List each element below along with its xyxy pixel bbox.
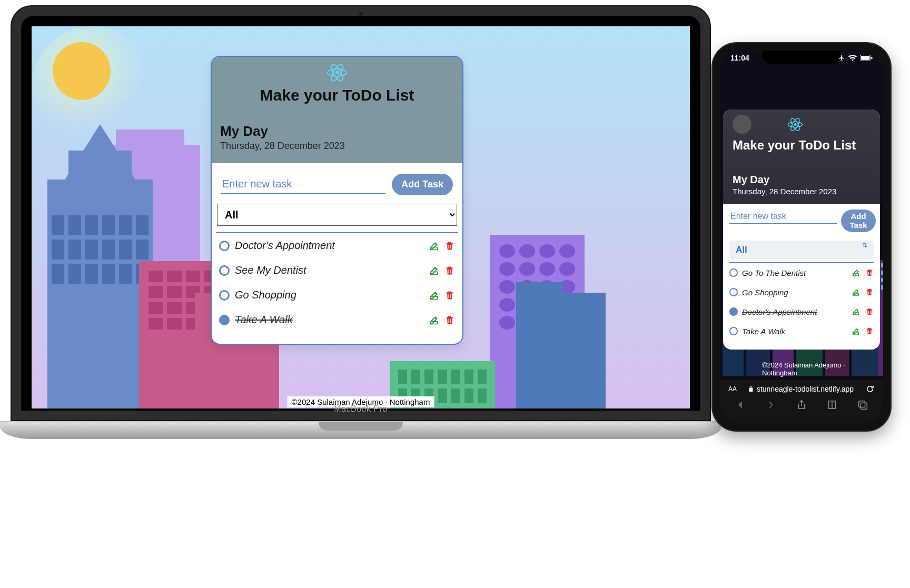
input-row: Add Task (216, 171, 458, 201)
task-checkbox[interactable] (729, 268, 738, 277)
task-row: Go Shopping (216, 283, 458, 307)
edit-icon[interactable] (852, 327, 860, 335)
building (516, 282, 563, 408)
macbook-screen: Make your ToDo List My Day Thursday, 28 … (32, 26, 690, 408)
macbook-bezel: Make your ToDo List My Day Thursday, 28 … (11, 5, 711, 421)
page-footer: ©2024 Sulaiman Adejumo · Nottingham (720, 361, 883, 377)
task-text: Take A Walk (742, 327, 847, 336)
filter-select[interactable]: All (217, 204, 457, 226)
svg-rect-11 (859, 401, 865, 407)
card-header: Make your ToDo List My Day Thursday, 28 … (212, 57, 462, 163)
delete-icon[interactable] (444, 315, 455, 325)
task-row: Go To The Dentist (729, 263, 874, 283)
share-button[interactable] (796, 399, 807, 411)
airplane-icon (838, 55, 845, 61)
app-title: Make your ToDo List (733, 138, 871, 153)
task-text: Go Shopping (235, 289, 423, 301)
input-row: Add Task (729, 210, 874, 232)
battery-icon (860, 55, 873, 61)
macbook-device: Make your ToDo List My Day Thursday, 28 … (11, 5, 711, 453)
sun-icon (53, 42, 111, 100)
edit-icon[interactable] (429, 241, 439, 251)
delete-icon[interactable] (865, 268, 874, 277)
task-row: Go Shopping (729, 283, 874, 302)
date-label: Thursday, 28 December 2023 (220, 141, 454, 152)
edit-icon[interactable] (852, 288, 860, 296)
task-row: Doctor's Appointment (729, 302, 874, 322)
task-row: Doctor's Appointment (216, 233, 458, 258)
iphone-device: 11:04 (711, 42, 892, 432)
text-size-button[interactable]: AA (728, 385, 737, 393)
new-task-input[interactable] (729, 210, 837, 224)
react-logo-icon (787, 117, 803, 132)
svg-rect-6 (871, 57, 872, 59)
filter-wrap: All (729, 232, 874, 259)
task-checkbox[interactable] (219, 290, 230, 301)
macbook-label: MacBook Pro (334, 404, 388, 414)
task-checkbox[interactable] (219, 315, 230, 325)
avatar (733, 115, 751, 134)
safari-bottom-bar: AA stunneagle-todolist.netlify.app (720, 380, 883, 423)
building (47, 180, 153, 408)
delete-icon[interactable] (865, 288, 874, 296)
svg-point-10 (794, 123, 797, 126)
task-text: Doctor's Appointment (235, 240, 423, 252)
card-body: Add Task All Doctor's AppointmentSee My … (212, 163, 462, 344)
back-button[interactable] (735, 399, 746, 411)
svg-point-3 (335, 71, 339, 75)
tabs-button[interactable] (857, 399, 868, 411)
task-checkbox[interactable] (729, 327, 738, 335)
delete-icon[interactable] (444, 241, 455, 251)
task-checkbox[interactable] (219, 241, 230, 251)
date-label: Thursday, 28 December 2023 (733, 187, 871, 196)
forward-button[interactable] (765, 399, 777, 411)
task-list: Go To The DentistGo ShoppingDoctor's App… (729, 262, 874, 341)
section-title: My Day (733, 174, 871, 186)
task-checkbox[interactable] (729, 307, 738, 316)
edit-icon[interactable] (429, 290, 439, 301)
edit-icon[interactable] (852, 307, 860, 316)
svg-rect-5 (861, 56, 870, 59)
add-task-button[interactable]: Add Task (392, 174, 453, 195)
task-text: Go Shopping (742, 288, 847, 297)
card-body: Add Task All Go To The DentistGo Shoppin… (723, 204, 880, 350)
task-text: Take A Walk (235, 314, 423, 326)
task-checkbox[interactable] (219, 265, 230, 276)
svg-rect-12 (860, 403, 867, 409)
delete-icon[interactable] (865, 307, 874, 316)
task-text: Go To The Dentist (742, 268, 847, 277)
bookmarks-button[interactable] (826, 399, 838, 411)
iphone-viewport: Make your ToDo List My Day Thursday, 28 … (720, 51, 883, 423)
building (563, 293, 606, 408)
task-text: Doctor's Appointment (742, 307, 847, 316)
delete-icon[interactable] (444, 290, 455, 301)
macbook-base: MacBook Pro (0, 421, 721, 439)
url-text: stunneagle-todolist.netlify.app (757, 385, 854, 393)
task-list: Doctor's AppointmentSee My DentistGo Sho… (216, 232, 458, 332)
task-row: Take A Walk (216, 307, 458, 332)
section-title: My Day (220, 123, 454, 139)
add-task-button[interactable]: Add Task (841, 210, 876, 232)
todo-card: Make your ToDo List My Day Thursday, 28 … (723, 109, 880, 350)
iphone-status-bar: 11:04 (720, 54, 883, 62)
delete-icon[interactable] (444, 265, 455, 276)
edit-icon[interactable] (429, 315, 439, 325)
new-task-input[interactable] (221, 175, 385, 194)
macbook-inner: Make your ToDo List My Day Thursday, 28 … (21, 16, 700, 411)
lock-icon (748, 386, 754, 392)
macbook-trackpad-notch (319, 422, 403, 431)
card-header: Make your ToDo List My Day Thursday, 28 … (723, 109, 880, 204)
reload-button[interactable] (865, 384, 875, 394)
delete-icon[interactable] (865, 327, 874, 335)
wifi-icon (848, 55, 857, 61)
edit-icon[interactable] (429, 265, 439, 276)
task-row: See My Dentist (216, 258, 458, 283)
safari-address-bar[interactable]: AA stunneagle-todolist.netlify.app (720, 380, 883, 397)
edit-icon[interactable] (852, 268, 860, 277)
todo-card: Make your ToDo List My Day Thursday, 28 … (211, 56, 463, 345)
task-checkbox[interactable] (729, 288, 738, 296)
task-text: See My Dentist (235, 264, 423, 276)
status-time: 11:04 (730, 54, 749, 62)
safari-nav (720, 397, 883, 415)
filter-select[interactable]: All (729, 241, 874, 259)
